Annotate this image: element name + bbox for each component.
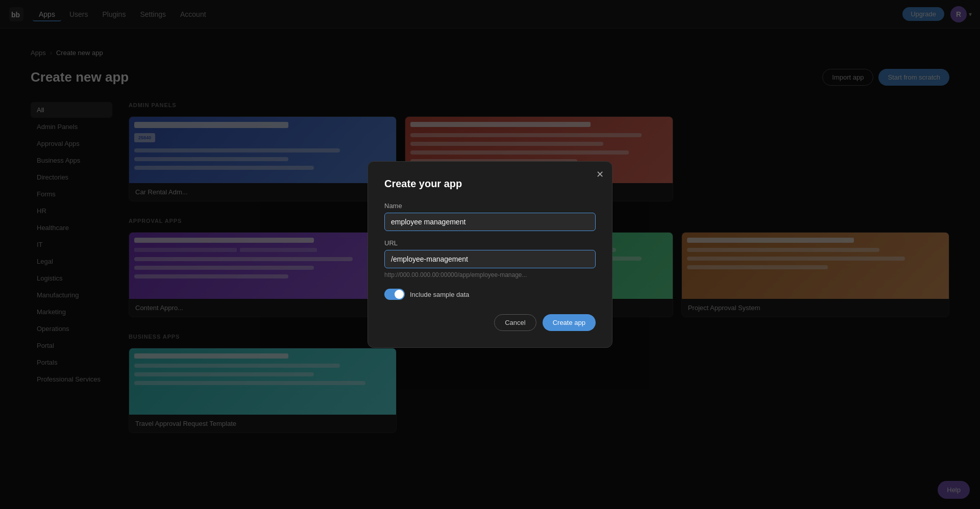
name-label: Name	[384, 202, 596, 210]
name-field: Name	[384, 202, 596, 231]
toggle-knob	[395, 290, 404, 299]
url-hint: http://000.00.000.00:00000/app/employee-…	[384, 271, 596, 278]
sample-data-label: Include sample data	[410, 291, 469, 298]
sample-data-toggle[interactable]	[384, 289, 405, 300]
url-field: URL http://000.00.000.00:00000/app/emplo…	[384, 239, 596, 278]
modal-title: Create your app	[384, 178, 596, 190]
modal-actions: Cancel Create app	[384, 314, 596, 331]
create-app-modal: ✕ Create your app Name URL http://000.00…	[368, 161, 612, 348]
create-app-button[interactable]: Create app	[543, 314, 596, 331]
cancel-button[interactable]: Cancel	[494, 314, 536, 331]
name-input[interactable]	[384, 213, 596, 231]
url-input[interactable]	[384, 250, 596, 268]
modal-close-button[interactable]: ✕	[596, 170, 604, 179]
modal-overlay[interactable]: ✕ Create your app Name URL http://000.00…	[0, 0, 980, 509]
url-label: URL	[384, 239, 596, 247]
sample-data-toggle-row: Include sample data	[384, 289, 596, 300]
